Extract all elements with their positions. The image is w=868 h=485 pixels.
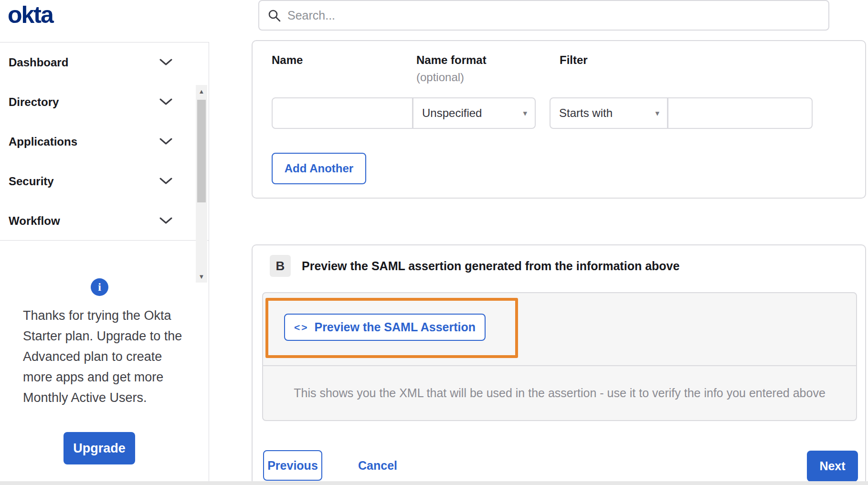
sidebar-scrollbar[interactable]: ▲ ▼ — [196, 85, 207, 283]
next-button[interactable]: Next — [807, 451, 858, 482]
chevron-down-icon — [159, 59, 172, 66]
sidebar-item-label: Applications — [9, 135, 77, 148]
step-b-badge: B — [270, 255, 291, 277]
preview-button-label: Preview the SAML Assertion — [314, 320, 476, 334]
chevron-down-icon — [159, 98, 172, 106]
upgrade-button[interactable]: Upgrade — [64, 432, 135, 464]
info-icon: i — [91, 278, 108, 296]
chevron-down-icon — [159, 138, 172, 146]
add-another-button[interactable]: Add Another — [272, 153, 366, 184]
preview-panel-help-area: This shows you the XML that will be used… — [263, 366, 856, 420]
name-column-label: Name — [272, 53, 303, 67]
attribute-statements-card: Name Name format (optional) Filter Unspe… — [252, 40, 866, 199]
cancel-link[interactable]: Cancel — [358, 450, 397, 481]
caret-down-icon: ▾ — [523, 108, 527, 118]
preview-help-text: This shows you the XML that will be used… — [294, 386, 826, 400]
preview-panel: This shows you the XML that will be used… — [262, 292, 857, 421]
sidebar-item-directory[interactable]: Directory — [0, 82, 209, 122]
sidebar-item-workflow[interactable]: Workflow — [0, 201, 209, 241]
saml-preview-card: B Preview the SAML assertion generated f… — [252, 244, 866, 485]
filter-value-input[interactable] — [668, 97, 813, 129]
filter-column-label: Filter — [560, 53, 588, 67]
sidebar-item-security[interactable]: Security — [0, 161, 209, 201]
chevron-down-icon — [159, 217, 172, 225]
preview-saml-assertion-button[interactable]: <> Preview the SAML Assertion — [284, 314, 486, 341]
caret-down-icon: ▾ — [655, 108, 659, 118]
filter-type-select[interactable]: Starts with ▾ — [550, 97, 668, 129]
name-format-select[interactable]: Unspecified ▾ — [413, 97, 536, 129]
scroll-up-icon[interactable]: ▲ — [196, 85, 207, 97]
search-input[interactable] — [287, 9, 828, 22]
sidebar-item-label: Directory — [9, 95, 59, 109]
okta-logo[interactable]: okta — [8, 0, 53, 30]
okta-admin-page: okta Dashboard Directory Applications — [0, 0, 868, 485]
previous-button[interactable]: Previous — [263, 450, 322, 481]
sidebar-item-applications[interactable]: Applications — [0, 122, 209, 161]
viewport-bottom-edge — [0, 481, 868, 485]
chevron-down-icon — [159, 178, 172, 185]
scrollbar-thumb[interactable] — [197, 100, 206, 202]
sidebar-item-label: Security — [9, 175, 54, 188]
name-format-optional-hint: (optional) — [416, 71, 464, 84]
name-format-column-label: Name format — [416, 53, 487, 67]
search-icon — [268, 9, 281, 22]
sidebar-item-dashboard[interactable]: Dashboard — [0, 42, 209, 82]
sidebar-main-divider — [209, 42, 209, 481]
preview-section-heading: Preview the SAML assertion generated fro… — [302, 259, 679, 273]
upsell-message: Thanks for trying the Okta Starter plan.… — [23, 306, 184, 408]
sidebar-item-label: Dashboard — [9, 56, 68, 69]
global-search — [258, 0, 829, 31]
sidebar-nav: Dashboard Directory Applications Securit… — [0, 42, 209, 241]
scroll-down-icon[interactable]: ▼ — [196, 270, 207, 283]
name-format-selected-value: Unspecified — [422, 106, 482, 120]
filter-type-selected-value: Starts with — [559, 106, 613, 120]
code-icon: <> — [294, 322, 309, 333]
attribute-name-input[interactable] — [272, 97, 413, 129]
sidebar-item-label: Workflow — [9, 214, 60, 228]
